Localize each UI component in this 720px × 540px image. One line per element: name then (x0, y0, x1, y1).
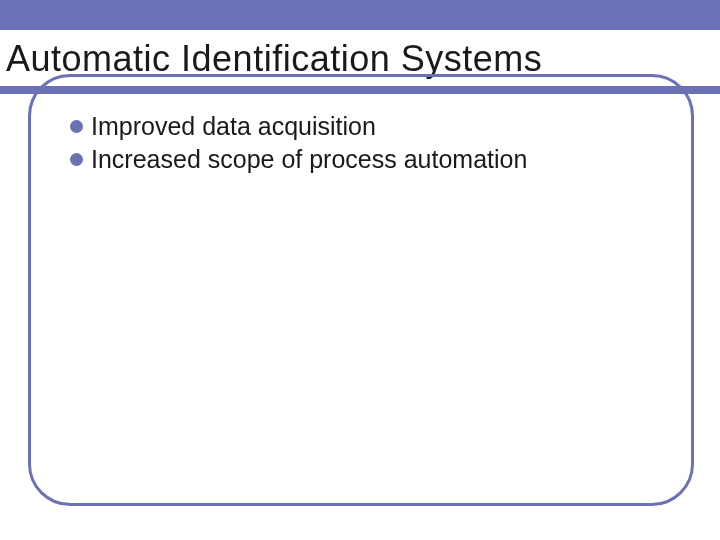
bullet-icon (70, 120, 83, 133)
bullet-icon (70, 153, 83, 166)
list-item: Improved data acquisition (70, 112, 680, 141)
bullet-text: Increased scope of process automation (91, 145, 527, 174)
bullet-text: Improved data acquisition (91, 112, 376, 141)
bullet-list: Improved data acquisition Increased scop… (70, 112, 680, 178)
list-item: Increased scope of process automation (70, 145, 680, 174)
header-band (0, 0, 720, 30)
